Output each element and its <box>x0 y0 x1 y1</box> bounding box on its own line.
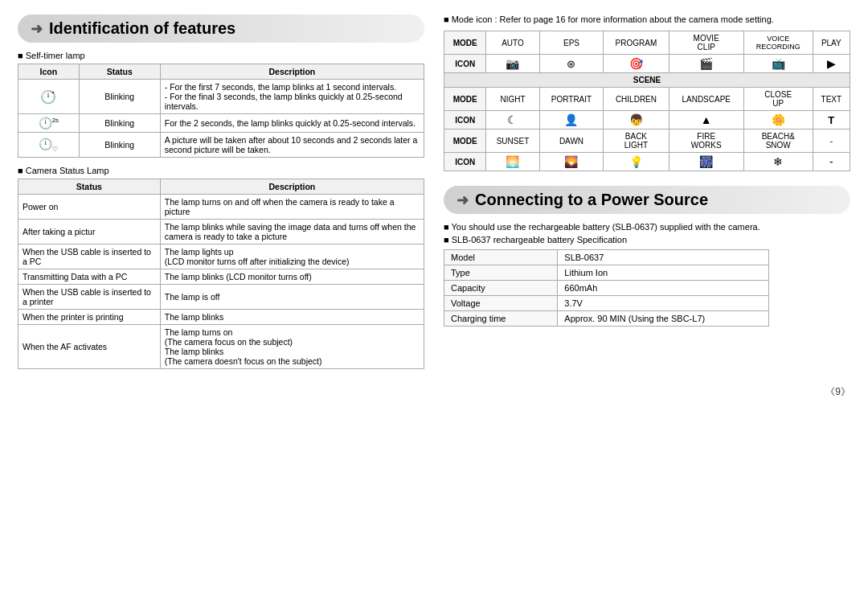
mode-icon-table: MODE AUTO EPS PROGRAM MOVIECLIP VOICEREC… <box>444 31 850 171</box>
spec-value-charging: Approx. 90 MIN (Using the SBC-L7) <box>558 311 768 327</box>
table-row: After taking a pictur The lamp blinks wh… <box>18 220 424 245</box>
power-note-1: You should use the rechargeable battery … <box>444 222 850 232</box>
mode-header-row-2: MODE NIGHT PORTRAIT CHILDREN LANDSCAPE C… <box>444 88 850 111</box>
icon-close-up: 🌼 <box>743 111 813 129</box>
mode-close-up: CLOSEUP <box>743 88 813 111</box>
mode-label-3: MODE <box>444 129 486 153</box>
scene-label: SCENE <box>444 73 850 88</box>
timer-icon-1: 🕛̇ <box>18 80 80 114</box>
icon-text: T <box>813 111 850 129</box>
mode-fireworks: FIREWORKS <box>669 129 743 153</box>
arrow-icon-2: ➜ <box>457 191 469 209</box>
spec-label-type: Type <box>444 265 558 281</box>
status-2: Blinking <box>79 114 160 133</box>
mode-label-2: MODE <box>444 88 486 111</box>
battery-spec-table: Model SLB-0637 Type Lithium Ion Capacity… <box>444 249 769 327</box>
table-row: Transmitting Data with a PC The lamp bli… <box>18 269 424 285</box>
col-description: Description <box>160 64 424 80</box>
icon-night: ☾ <box>486 111 539 129</box>
camera-status-table: Status Description Power on The lamp tur… <box>18 179 424 369</box>
cam-desc-2: The lamp blinks while saving the image d… <box>160 220 424 245</box>
icon-dash: - <box>813 153 850 171</box>
self-timer-label: Self-timer lamp <box>18 51 424 60</box>
mode-children: CHILDREN <box>604 88 669 111</box>
cam-desc-1: The lamp turns on and off when the camer… <box>160 195 424 220</box>
right-column: ■ Mode icon : Refer to page 16 for more … <box>444 14 850 377</box>
table-row: When the printer is printing The lamp bl… <box>18 310 424 325</box>
icon-label-2: ICON <box>444 111 486 129</box>
mode-dash: - <box>813 129 850 153</box>
cam-desc-4: The lamp blinks (LCD monitor turns off) <box>160 269 424 285</box>
table-row: When the USB cable is inserted to a PC T… <box>18 245 424 269</box>
icon-voice: 📺 <box>743 55 813 73</box>
arrow-icon: ➜ <box>31 20 43 38</box>
left-column: ➜ Identification of features Self-timer … <box>18 14 424 377</box>
icon-beach-snow: ❄ <box>743 153 813 171</box>
icon-eps: ⊛ <box>539 55 604 73</box>
section-title-identification: ➜ Identification of features <box>18 14 424 43</box>
cam-status-6: When the printer is printing <box>18 310 161 325</box>
col-icon: Icon <box>18 64 80 80</box>
spec-row-model: Model SLB-0637 <box>444 250 769 265</box>
icon-fireworks: 🎆 <box>669 153 743 171</box>
spec-label-charging: Charging time <box>444 311 558 327</box>
mode-voice-recording: VOICERECORDING <box>743 31 813 55</box>
icon-row-1: ICON 📷 ⊛ 🎯 🎬 📺 ▶ <box>444 55 850 73</box>
cam-desc-3: The lamp lights up(LCD monitor turns off… <box>160 245 424 269</box>
icon-program: 🎯 <box>604 55 669 73</box>
col-desc-h: Description <box>160 179 424 195</box>
cam-status-1: Power on <box>18 195 161 220</box>
desc-2: For the 2 seconds, the lamp blinks quick… <box>160 114 424 133</box>
icon-portrait: 👤 <box>539 111 604 129</box>
col-status: Status <box>79 64 160 80</box>
status-1: Blinking <box>79 80 160 114</box>
cam-desc-6: The lamp blinks <box>160 310 424 325</box>
cam-status-2: After taking a pictur <box>18 220 161 245</box>
spec-label-model: Model <box>444 250 558 265</box>
cam-status-7: When the AF activates <box>18 325 161 369</box>
spec-value-model: SLB-0637 <box>558 250 768 265</box>
icon-dawn: 🌄 <box>539 153 604 171</box>
mode-beach-snow: BEACH&SNOW <box>743 129 813 153</box>
mode-label: MODE <box>444 31 486 55</box>
mode-play: PLAY <box>813 31 850 55</box>
spec-value-voltage: 3.7V <box>558 296 768 311</box>
self-timer-table: Icon Status Description 🕛̇ Blinking - Fo… <box>18 64 424 158</box>
table-row: Power on The lamp turns on and off when … <box>18 195 424 220</box>
icon-auto: 📷 <box>486 55 539 73</box>
table-row: When the AF activates The lamp turns on(… <box>18 325 424 369</box>
power-note-2: SLB-0637 rechargeable battery Specificat… <box>444 235 850 245</box>
mode-icon-note: ■ Mode icon : Refer to page 16 for more … <box>444 14 850 24</box>
cam-desc-7: The lamp turns on(The camera focus on th… <box>160 325 424 369</box>
mode-header-row-1: MODE AUTO EPS PROGRAM MOVIECLIP VOICEREC… <box>444 31 850 55</box>
spec-row-type: Type Lithium Ion <box>444 265 769 281</box>
table-row: 🕛♡ Blinking A picture will be taken afte… <box>18 133 424 158</box>
mode-header-row-3: MODE SUNSET DAWN BACKLIGHT FIREWORKS BEA… <box>444 129 850 153</box>
col-status-h: Status <box>18 179 161 195</box>
icon-play: ▶ <box>813 55 850 73</box>
icon-row-2: ICON ☾ 👤 👦 ▲ 🌼 T <box>444 111 850 129</box>
mode-dawn: DAWN <box>539 129 604 153</box>
mode-portrait: PORTRAIT <box>539 88 604 111</box>
table-row: When the USB cable is inserted to a prin… <box>18 285 424 310</box>
scene-header-row: SCENE <box>444 73 850 88</box>
mode-auto: AUTO <box>486 31 539 55</box>
status-3: Blinking <box>79 133 160 158</box>
spec-row-charging: Charging time Approx. 90 MIN (Using the … <box>444 311 769 327</box>
identification-title-text: Identification of features <box>49 19 235 38</box>
table-row: 🕛̇ Blinking - For the first 7 seconds, t… <box>18 80 424 114</box>
cam-status-4: Transmitting Data with a PC <box>18 269 161 285</box>
spec-row-voltage: Voltage 3.7V <box>444 296 769 311</box>
timer-icon-3: 🕛♡ <box>18 133 80 158</box>
mode-eps: EPS <box>539 31 604 55</box>
desc-3: A picture will be taken after about 10 s… <box>160 133 424 158</box>
camera-status-label: Camera Status Lamp <box>18 166 424 175</box>
icon-sunset: 🌅 <box>486 153 539 171</box>
spec-label-voltage: Voltage <box>444 296 558 311</box>
icon-children: 👦 <box>604 111 669 129</box>
mode-night: NIGHT <box>486 88 539 111</box>
mode-program: PROGRAM <box>604 31 669 55</box>
icon-landscape: ▲ <box>669 111 743 129</box>
icon-row-3: ICON 🌅 🌄 💡 🎆 ❄ - <box>444 153 850 171</box>
cam-status-3: When the USB cable is inserted to a PC <box>18 245 161 269</box>
